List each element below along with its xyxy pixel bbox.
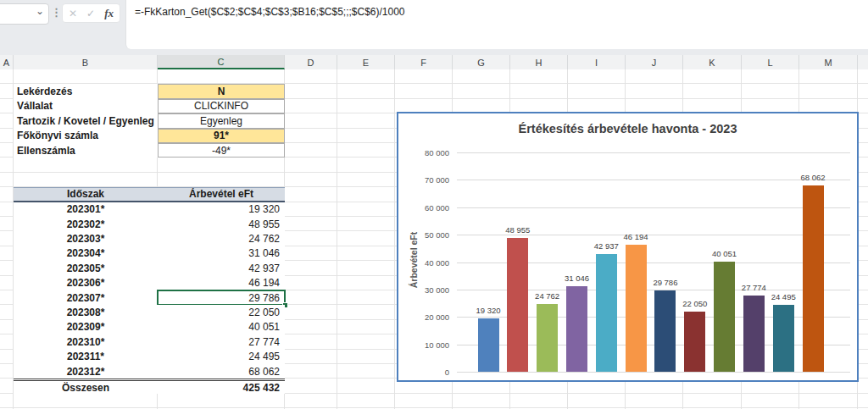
column-header-J[interactable]: J — [626, 55, 683, 69]
form-value[interactable]: N — [158, 84, 285, 98]
column-headers: ABCDEFGHIJKLMN — [0, 55, 868, 70]
bar[interactable] — [566, 286, 587, 372]
y-tick-label: 20 000 — [398, 312, 449, 322]
column-header-E[interactable]: E — [337, 55, 395, 69]
table-row-value[interactable]: 31 046 — [158, 246, 285, 261]
form-value[interactable]: CLICKINFO — [158, 99, 285, 113]
cancel-icon[interactable]: ✕ — [69, 8, 77, 19]
form-label[interactable]: Ellenszámla — [14, 143, 158, 158]
bar[interactable] — [714, 262, 735, 372]
table-row-value[interactable]: 24 762 — [158, 231, 285, 246]
chevron-down-icon[interactable]: ⌄ — [36, 5, 44, 17]
y-tick-label: 0 — [398, 368, 449, 377]
table-row-value[interactable]: 40 051 — [158, 320, 285, 334]
table-row-period[interactable]: 202310* — [14, 334, 158, 349]
formula-text: =-FkKarton_Get($C$2;$C$4;$C$3;$B16;$C$5;… — [135, 6, 405, 18]
column-header-D[interactable]: D — [285, 55, 337, 69]
form-value[interactable]: -49* — [158, 143, 285, 158]
bar[interactable] — [803, 185, 824, 372]
bar-data-label: 42 937 — [585, 241, 627, 251]
bar-data-label: 24 762 — [526, 291, 569, 301]
name-box[interactable]: ⌄ — [0, 3, 49, 25]
bar-data-label: 40 051 — [704, 249, 746, 258]
bar-chart[interactable]: Értékesítés árbevétele havonta - 2023 Ár… — [397, 112, 859, 382]
total-label[interactable]: Összesen — [14, 379, 158, 393]
table-row-period[interactable]: 202312* — [14, 364, 158, 379]
y-tick-label: 40 000 — [398, 258, 449, 268]
table-row-period[interactable]: 202305* — [14, 261, 158, 275]
selected-cell-outline[interactable] — [157, 290, 286, 306]
table-row-period[interactable]: 202311* — [14, 350, 158, 364]
column-header-F[interactable]: F — [395, 55, 453, 69]
table-row-period[interactable]: 202307* — [14, 290, 158, 305]
column-header-G[interactable]: G — [453, 55, 510, 69]
spreadsheet-app: ⌄ ⋮ ✕ ✓ fx =-FkKarton_Get($C$2;$C$4;$C$3… — [0, 0, 868, 409]
table-row-value[interactable]: 19 320 — [158, 202, 285, 217]
y-tick-label: 50 000 — [398, 230, 449, 240]
column-header-C[interactable]: C — [158, 55, 285, 69]
formula-bar: ⌄ ⋮ ✕ ✓ fx =-FkKarton_Get($C$2;$C$4;$C$3… — [0, 0, 868, 55]
column-header-I[interactable]: I — [568, 55, 626, 69]
form-value[interactable]: Egyenleg — [158, 113, 285, 128]
table-row-period[interactable]: 202303* — [14, 231, 158, 246]
bar[interactable] — [654, 290, 676, 372]
bar-data-label: 46 194 — [615, 232, 657, 241]
y-tick-label: 10 000 — [398, 340, 449, 350]
column-header-H[interactable]: H — [510, 55, 568, 69]
table-row-period[interactable]: 202308* — [14, 305, 158, 319]
table-row-period[interactable]: 202302* — [14, 217, 158, 231]
table-row-value[interactable]: 48 955 — [158, 217, 285, 231]
form-value[interactable]: 91* — [158, 129, 285, 143]
bar[interactable] — [773, 305, 794, 372]
column-header-K[interactable]: K — [683, 55, 742, 69]
column-header-B[interactable]: B — [14, 55, 158, 69]
formula-input[interactable]: =-FkKarton_Get($C$2;$C$4;$C$3;$B16;$C$5;… — [125, 0, 868, 49]
bar-data-label: 31 046 — [555, 274, 598, 283]
bar[interactable] — [537, 304, 558, 372]
y-tick-label: 30 000 — [398, 285, 449, 295]
formula-buttons: ✕ ✓ fx — [62, 3, 120, 23]
gridline — [457, 372, 850, 373]
column-header-A[interactable]: A — [0, 55, 14, 69]
form-label[interactable]: Főkönyvi számla — [14, 129, 158, 143]
chart-title: Értékesítés árbevétele havonta - 2023 — [398, 122, 857, 135]
table-row-value[interactable]: 24 495 — [158, 350, 285, 364]
bar-data-label: 48 955 — [497, 225, 539, 235]
bar[interactable] — [478, 318, 499, 372]
insert-function-icon[interactable]: fx — [104, 7, 114, 20]
table-row-value[interactable]: 22 050 — [158, 305, 285, 319]
bar[interactable] — [596, 254, 617, 372]
y-tick-label: 60 000 — [398, 203, 449, 213]
bar-data-label: 27 774 — [732, 283, 775, 292]
bar[interactable] — [626, 245, 647, 372]
table-row-period[interactable]: 202301* — [14, 202, 158, 217]
gridline — [457, 207, 850, 208]
column-header-M[interactable]: M — [799, 55, 858, 69]
more-options-icon[interactable]: ⋮ — [51, 6, 62, 19]
table-row-period[interactable]: 202304* — [14, 246, 158, 261]
table-row-period[interactable]: 202309* — [14, 320, 158, 334]
form-label[interactable]: Vállalat — [14, 99, 158, 113]
table-row-value[interactable]: 68 062 — [158, 364, 285, 379]
column-header-N[interactable]: N — [858, 55, 868, 69]
total-value[interactable]: 425 432 — [158, 379, 285, 393]
bar[interactable] — [507, 238, 528, 372]
table-header[interactable]: Árbevétel eFt — [158, 187, 285, 202]
table-row-value[interactable]: 42 937 — [158, 261, 285, 275]
gridline — [457, 152, 850, 153]
form-label[interactable]: Tartozik / Kovetel / Egyenleg — [14, 113, 158, 128]
enter-icon[interactable]: ✓ — [86, 8, 95, 19]
column-header-L[interactable]: L — [742, 55, 799, 69]
form-label[interactable]: Lekérdezés — [14, 84, 158, 98]
table-header[interactable]: Időszak — [14, 187, 158, 202]
bar-data-label: 29 786 — [644, 278, 687, 287]
gridline — [337, 69, 337, 409]
table-row-value[interactable]: 27 774 — [158, 334, 285, 349]
gridline — [394, 69, 395, 409]
bar[interactable] — [684, 312, 705, 372]
bar-data-label: 22 050 — [674, 299, 716, 308]
table-row-period[interactable]: 202306* — [14, 276, 158, 290]
bar[interactable] — [743, 296, 765, 372]
table-row-value[interactable]: 46 194 — [158, 276, 285, 290]
bar-data-label: 24 495 — [762, 292, 804, 301]
